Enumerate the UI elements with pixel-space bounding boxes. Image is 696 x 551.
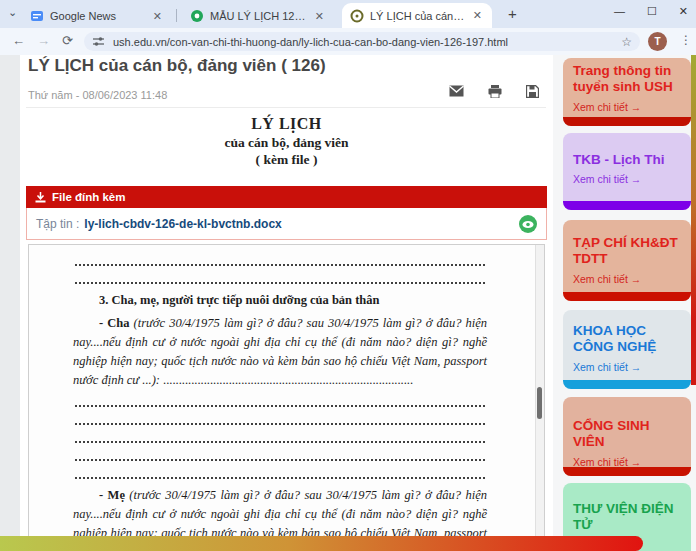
tab-google-news[interactable]: Google News ✕ [22,4,172,28]
close-icon[interactable]: ✕ [151,10,164,23]
sidebar-card-cong-sinh-vien[interactable]: CỔNG SINH VIÊN Xem chi tiết → [563,397,691,476]
tab-title: Google News [50,10,145,22]
preview-file-button[interactable] [519,215,537,233]
close-icon[interactable]: ✕ [471,9,484,22]
attachment-header-label: File đính kèm [52,191,126,203]
attachment-header: File đính kèm [26,186,547,208]
sidebar-card-link[interactable]: Xem chi tiết → [573,361,681,373]
sidebar-card-title: TKB - Lịch Thi [573,152,681,168]
sidebar-card-title: TẠP CHÍ KH&ĐT TDTT [573,235,681,268]
reload-icon[interactable]: ⟳ [62,33,73,48]
doc-heading-line1: LÝ LỊCH [20,115,553,133]
document-preview[interactable]: 3. Cha, mẹ, người trực tiếp nuôi dưỡng c… [28,244,545,551]
sidebar-card-bar [563,201,691,210]
sidebar-card-link[interactable]: Xem chi tiết → [573,173,681,185]
file-name-link[interactable]: ly-lich-cbdv-126-de-kl-bvctnb.docx [84,217,281,231]
dotted-fill: ........................................… [163,373,413,387]
sidebar-card-bar [563,292,691,301]
sidebar-background [553,55,696,551]
browser-menu-icon[interactable]: ⋮ [680,33,692,47]
browser-window: ⌄ Google News ✕ MẪU LÝ LỊCH 126 | PDF ✕ … [0,0,696,551]
new-tab-button[interactable]: + [508,5,517,22]
dotted-fill-line [75,273,485,284]
document-page: 3. Cha, mẹ, người trực tiếp nuôi dưỡng c… [29,245,537,551]
eye-icon [522,220,534,229]
publish-date: Thứ năm - 08/06/2023 11:48 [28,89,167,101]
dotted-fill-line [75,414,485,425]
dotted-fill-line [75,255,485,266]
tab-ly-lich-active[interactable]: LÝ LỊCH của cán bộ, đảng viên ✕ [342,3,492,28]
doc-section-heading: 3. Cha, mẹ, người trực tiếp nuôi dưỡng c… [73,291,487,310]
close-icon[interactable]: ✕ [313,10,326,23]
address-bar[interactable]: ush.edu.vn/con-van-chi-thi-huong-dan/ly-… [84,32,640,51]
main-content: LÝ LỊCH của cán bộ, đảng viên ( 126) Thứ… [20,55,553,551]
sidebar-card-tap-chi[interactable]: TẠP CHÍ KH&ĐT TDTT Xem chi tiết → [563,220,691,301]
doc-paragraph-father: - Cha (trước 30/4/1975 làm gì? ở đâu? sa… [73,314,487,390]
mother-label: - Mẹ [99,488,125,502]
scrollbar-thumb[interactable] [537,387,542,419]
sidebar-card-bar [563,117,691,126]
divider [26,107,546,108]
download-icon [35,192,46,203]
sidebar-card-title: Trang thông tin tuyển sinh USH [573,63,681,96]
sidebar-card-tkb-lich-thi[interactable]: TKB - Lịch Thi Xem chi tiết → [563,133,691,210]
tab-separator [176,9,177,22]
save-icon[interactable] [526,85,539,98]
dotted-fill-group [73,396,487,479]
dotted-fill-line [75,432,485,443]
maximize-button[interactable]: ☐ [647,5,657,18]
dotted-fill-line [75,468,485,479]
bookmark-star-icon[interactable]: ☆ [621,35,632,49]
tab-mau-ly-lich[interactable]: MẪU LÝ LỊCH 126 | PDF ✕ [182,4,334,28]
sidebar-card-bar [563,380,691,389]
dotted-fill-line [75,450,485,461]
sidebar-card-tuyen-sinh[interactable]: Trang thông tin tuyển sinh USH Xem chi t… [563,58,691,126]
browser-toolbar: ← → ⟳ ush.edu.vn/con-van-chi-thi-huong-d… [0,28,696,55]
attachment-row: Tập tin : ly-lich-cbdv-126-de-kl-bvctnb.… [26,208,547,240]
sidebar-card-link[interactable]: Xem chi tiết → [573,273,681,285]
profile-avatar[interactable]: T [648,32,667,51]
footer-gradient-bar [0,536,643,551]
tab-title: MẪU LÝ LỊCH 126 | PDF [210,10,307,22]
google-news-favicon [30,9,44,23]
doc-heading-line2: của cán bộ, đảng viên [20,135,553,151]
tab-strip: ⌄ Google News ✕ MẪU LÝ LỊCH 126 | PDF ✕ … [0,0,696,28]
tab-title: LÝ LỊCH của cán bộ, đảng viên [370,10,465,22]
father-label: - Cha [99,316,129,330]
url-text: ush.edu.vn/con-van-chi-thi-huong-dan/ly-… [113,36,613,48]
tab-search-icon[interactable]: ⌄ [8,6,17,19]
sidebar-card-title: KHOA HỌC CÔNG NGHỆ [573,323,681,356]
pdf-doc-favicon [190,9,204,23]
sidebar-card-title: THƯ VIỆN ĐIỆN TỬ [573,501,681,534]
print-icon[interactable] [488,85,502,98]
sidebar-card-title: CỔNG SINH VIÊN [573,418,681,451]
back-icon[interactable]: ← [12,33,25,48]
email-icon[interactable] [449,85,464,97]
page-title: LÝ LỊCH của cán bộ, đảng viên ( 126) [28,56,326,76]
document-heading: LÝ LỊCH của cán bộ, đảng viên ( kèm file… [20,115,553,168]
ush-favicon [350,9,364,23]
forward-icon[interactable]: → [37,33,50,48]
doc-heading-line3: ( kèm file ) [20,152,553,168]
file-label: Tập tin : [36,217,79,231]
sidebar-card-khoa-hoc[interactable]: KHOA HỌC CÔNG NGHỆ Xem chi tiết → [563,310,691,389]
dotted-fill-line [75,396,485,407]
edge-gradient-strip [691,55,696,385]
sidebar-card-link[interactable]: Xem chi tiết → [573,101,681,113]
webpage: LÝ LỊCH của cán bộ, đảng viên ( 126) Thứ… [0,55,696,551]
sidebar-card-bar [563,467,691,476]
window-close-button[interactable]: ✕ [679,5,688,18]
minimize-button[interactable]: — [614,5,625,18]
document-scrollbar[interactable] [535,245,544,551]
site-info-icon[interactable] [92,35,105,48]
